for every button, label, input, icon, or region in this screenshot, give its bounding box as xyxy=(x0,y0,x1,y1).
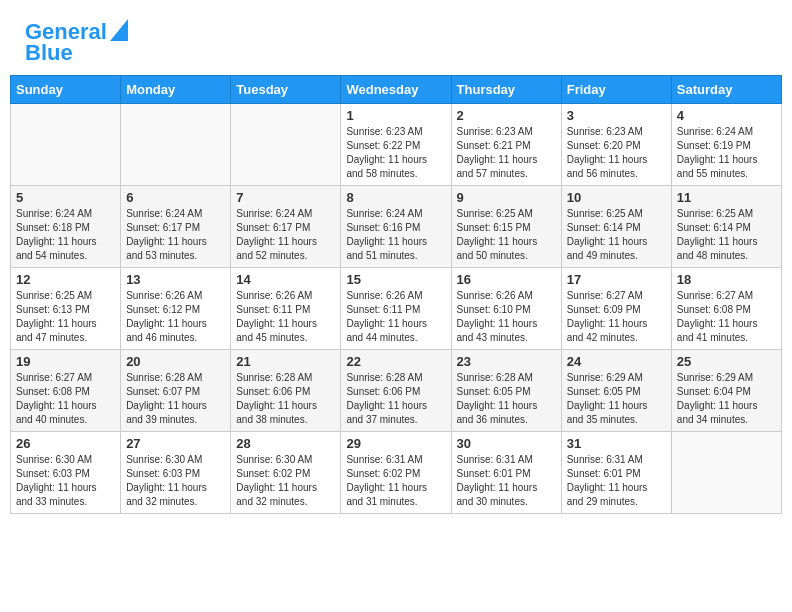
day-info: Sunrise: 6:25 AM Sunset: 6:14 PM Dayligh… xyxy=(567,207,666,263)
day-header-sunday: Sunday xyxy=(11,76,121,104)
day-header-friday: Friday xyxy=(561,76,671,104)
day-number: 15 xyxy=(346,272,445,287)
day-info: Sunrise: 6:29 AM Sunset: 6:04 PM Dayligh… xyxy=(677,371,776,427)
calendar-cell: 2Sunrise: 6:23 AM Sunset: 6:21 PM Daylig… xyxy=(451,104,561,186)
day-number: 18 xyxy=(677,272,776,287)
day-number: 7 xyxy=(236,190,335,205)
day-number: 28 xyxy=(236,436,335,451)
calendar-cell: 9Sunrise: 6:25 AM Sunset: 6:15 PM Daylig… xyxy=(451,186,561,268)
logo-icon xyxy=(110,19,128,41)
logo-blue-text: Blue xyxy=(25,41,73,65)
day-info: Sunrise: 6:24 AM Sunset: 6:19 PM Dayligh… xyxy=(677,125,776,181)
day-number: 25 xyxy=(677,354,776,369)
calendar-week-4: 19Sunrise: 6:27 AM Sunset: 6:08 PM Dayli… xyxy=(11,350,782,432)
day-header-tuesday: Tuesday xyxy=(231,76,341,104)
calendar-week-1: 1Sunrise: 6:23 AM Sunset: 6:22 PM Daylig… xyxy=(11,104,782,186)
day-info: Sunrise: 6:31 AM Sunset: 6:01 PM Dayligh… xyxy=(457,453,556,509)
day-number: 9 xyxy=(457,190,556,205)
day-info: Sunrise: 6:24 AM Sunset: 6:16 PM Dayligh… xyxy=(346,207,445,263)
calendar-cell: 8Sunrise: 6:24 AM Sunset: 6:16 PM Daylig… xyxy=(341,186,451,268)
calendar-cell: 5Sunrise: 6:24 AM Sunset: 6:18 PM Daylig… xyxy=(11,186,121,268)
calendar-cell: 14Sunrise: 6:26 AM Sunset: 6:11 PM Dayli… xyxy=(231,268,341,350)
day-number: 22 xyxy=(346,354,445,369)
day-info: Sunrise: 6:24 AM Sunset: 6:18 PM Dayligh… xyxy=(16,207,115,263)
day-header-thursday: Thursday xyxy=(451,76,561,104)
calendar-cell: 12Sunrise: 6:25 AM Sunset: 6:13 PM Dayli… xyxy=(11,268,121,350)
day-number: 3 xyxy=(567,108,666,123)
calendar-cell: 7Sunrise: 6:24 AM Sunset: 6:17 PM Daylig… xyxy=(231,186,341,268)
calendar-cell: 24Sunrise: 6:29 AM Sunset: 6:05 PM Dayli… xyxy=(561,350,671,432)
calendar-cell: 13Sunrise: 6:26 AM Sunset: 6:12 PM Dayli… xyxy=(121,268,231,350)
day-info: Sunrise: 6:30 AM Sunset: 6:02 PM Dayligh… xyxy=(236,453,335,509)
calendar-week-5: 26Sunrise: 6:30 AM Sunset: 6:03 PM Dayli… xyxy=(11,432,782,514)
day-info: Sunrise: 6:23 AM Sunset: 6:21 PM Dayligh… xyxy=(457,125,556,181)
calendar-cell: 30Sunrise: 6:31 AM Sunset: 6:01 PM Dayli… xyxy=(451,432,561,514)
day-number: 29 xyxy=(346,436,445,451)
day-info: Sunrise: 6:28 AM Sunset: 6:06 PM Dayligh… xyxy=(346,371,445,427)
calendar-cell: 4Sunrise: 6:24 AM Sunset: 6:19 PM Daylig… xyxy=(671,104,781,186)
calendar-cell: 17Sunrise: 6:27 AM Sunset: 6:09 PM Dayli… xyxy=(561,268,671,350)
calendar-cell: 25Sunrise: 6:29 AM Sunset: 6:04 PM Dayli… xyxy=(671,350,781,432)
day-info: Sunrise: 6:25 AM Sunset: 6:15 PM Dayligh… xyxy=(457,207,556,263)
day-info: Sunrise: 6:29 AM Sunset: 6:05 PM Dayligh… xyxy=(567,371,666,427)
day-info: Sunrise: 6:24 AM Sunset: 6:17 PM Dayligh… xyxy=(236,207,335,263)
day-number: 21 xyxy=(236,354,335,369)
day-number: 6 xyxy=(126,190,225,205)
calendar-cell xyxy=(11,104,121,186)
calendar-header-row: SundayMondayTuesdayWednesdayThursdayFrid… xyxy=(11,76,782,104)
calendar-cell: 20Sunrise: 6:28 AM Sunset: 6:07 PM Dayli… xyxy=(121,350,231,432)
day-header-saturday: Saturday xyxy=(671,76,781,104)
calendar-cell: 23Sunrise: 6:28 AM Sunset: 6:05 PM Dayli… xyxy=(451,350,561,432)
day-number: 16 xyxy=(457,272,556,287)
calendar-cell: 16Sunrise: 6:26 AM Sunset: 6:10 PM Dayli… xyxy=(451,268,561,350)
day-number: 11 xyxy=(677,190,776,205)
day-number: 2 xyxy=(457,108,556,123)
day-info: Sunrise: 6:23 AM Sunset: 6:20 PM Dayligh… xyxy=(567,125,666,181)
day-number: 23 xyxy=(457,354,556,369)
day-info: Sunrise: 6:27 AM Sunset: 6:08 PM Dayligh… xyxy=(677,289,776,345)
calendar-cell: 11Sunrise: 6:25 AM Sunset: 6:14 PM Dayli… xyxy=(671,186,781,268)
calendar-cell: 28Sunrise: 6:30 AM Sunset: 6:02 PM Dayli… xyxy=(231,432,341,514)
svg-marker-0 xyxy=(110,19,128,41)
day-number: 1 xyxy=(346,108,445,123)
calendar-cell: 31Sunrise: 6:31 AM Sunset: 6:01 PM Dayli… xyxy=(561,432,671,514)
logo: General Blue xyxy=(25,20,128,65)
calendar-cell: 26Sunrise: 6:30 AM Sunset: 6:03 PM Dayli… xyxy=(11,432,121,514)
calendar-cell xyxy=(231,104,341,186)
day-info: Sunrise: 6:27 AM Sunset: 6:09 PM Dayligh… xyxy=(567,289,666,345)
day-number: 27 xyxy=(126,436,225,451)
calendar-cell: 10Sunrise: 6:25 AM Sunset: 6:14 PM Dayli… xyxy=(561,186,671,268)
day-info: Sunrise: 6:26 AM Sunset: 6:10 PM Dayligh… xyxy=(457,289,556,345)
day-info: Sunrise: 6:30 AM Sunset: 6:03 PM Dayligh… xyxy=(16,453,115,509)
day-number: 24 xyxy=(567,354,666,369)
day-number: 19 xyxy=(16,354,115,369)
day-info: Sunrise: 6:28 AM Sunset: 6:06 PM Dayligh… xyxy=(236,371,335,427)
day-number: 13 xyxy=(126,272,225,287)
day-info: Sunrise: 6:26 AM Sunset: 6:11 PM Dayligh… xyxy=(236,289,335,345)
day-info: Sunrise: 6:26 AM Sunset: 6:11 PM Dayligh… xyxy=(346,289,445,345)
calendar-cell: 15Sunrise: 6:26 AM Sunset: 6:11 PM Dayli… xyxy=(341,268,451,350)
day-info: Sunrise: 6:24 AM Sunset: 6:17 PM Dayligh… xyxy=(126,207,225,263)
calendar-cell: 3Sunrise: 6:23 AM Sunset: 6:20 PM Daylig… xyxy=(561,104,671,186)
calendar-cell: 21Sunrise: 6:28 AM Sunset: 6:06 PM Dayli… xyxy=(231,350,341,432)
day-number: 20 xyxy=(126,354,225,369)
calendar-cell: 1Sunrise: 6:23 AM Sunset: 6:22 PM Daylig… xyxy=(341,104,451,186)
calendar-cell xyxy=(671,432,781,514)
day-number: 4 xyxy=(677,108,776,123)
calendar-week-3: 12Sunrise: 6:25 AM Sunset: 6:13 PM Dayli… xyxy=(11,268,782,350)
day-info: Sunrise: 6:23 AM Sunset: 6:22 PM Dayligh… xyxy=(346,125,445,181)
day-number: 12 xyxy=(16,272,115,287)
day-number: 30 xyxy=(457,436,556,451)
day-info: Sunrise: 6:28 AM Sunset: 6:07 PM Dayligh… xyxy=(126,371,225,427)
calendar-cell: 19Sunrise: 6:27 AM Sunset: 6:08 PM Dayli… xyxy=(11,350,121,432)
day-number: 17 xyxy=(567,272,666,287)
calendar-cell: 6Sunrise: 6:24 AM Sunset: 6:17 PM Daylig… xyxy=(121,186,231,268)
calendar: SundayMondayTuesdayWednesdayThursdayFrid… xyxy=(10,75,782,514)
calendar-cell: 18Sunrise: 6:27 AM Sunset: 6:08 PM Dayli… xyxy=(671,268,781,350)
day-info: Sunrise: 6:30 AM Sunset: 6:03 PM Dayligh… xyxy=(126,453,225,509)
day-number: 31 xyxy=(567,436,666,451)
day-info: Sunrise: 6:28 AM Sunset: 6:05 PM Dayligh… xyxy=(457,371,556,427)
calendar-cell: 22Sunrise: 6:28 AM Sunset: 6:06 PM Dayli… xyxy=(341,350,451,432)
day-header-wednesday: Wednesday xyxy=(341,76,451,104)
day-number: 10 xyxy=(567,190,666,205)
